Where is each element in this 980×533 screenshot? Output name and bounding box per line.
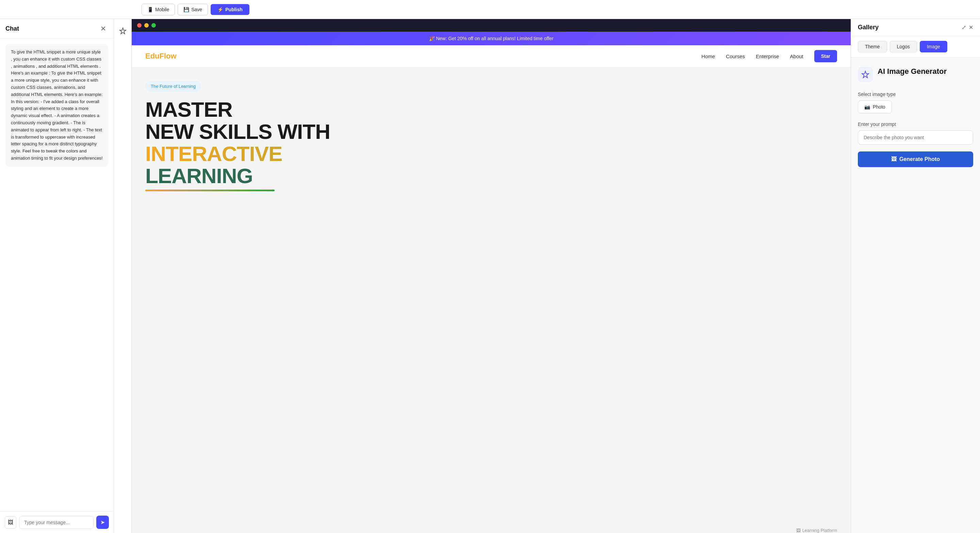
- site-headline-green: LEARNING: [145, 165, 837, 187]
- ai-icon-wrap: [858, 67, 873, 82]
- site-nav-cta-button[interactable]: Star: [814, 50, 837, 62]
- toolbar: 📱 Mobile 💾 Save ⚡ Publish: [0, 0, 980, 19]
- browser-dot-red: [137, 23, 142, 27]
- main-layout: Chat ✕ To give the HTML snippet a more u…: [0, 19, 980, 533]
- prompt-label: Enter your prompt: [858, 121, 973, 127]
- chat-header: Chat ✕: [0, 19, 114, 38]
- ai-image-header: AI Image Generator: [858, 67, 973, 82]
- chat-message: To give the HTML snippet a more unique s…: [5, 44, 108, 167]
- chat-messages: To give the HTML snippet a more unique s…: [0, 38, 114, 511]
- save-label: Save: [191, 7, 202, 12]
- sidebar-ai-icon[interactable]: [116, 24, 130, 40]
- select-type-label: Select image type: [858, 92, 973, 97]
- gallery-header-actions: ⤢ ✕: [962, 24, 973, 31]
- site-headline-2: NEW SKILLS WITH: [145, 121, 837, 143]
- save-icon: 💾: [183, 7, 189, 12]
- photo-label: Photo: [873, 104, 885, 110]
- gallery-tabs: Theme Logos Image: [851, 36, 980, 57]
- gallery-expand-button[interactable]: ⤢: [962, 24, 966, 31]
- chat-input-area: 🖼 ➤: [0, 511, 114, 533]
- generate-label: Generate Photo: [899, 156, 940, 162]
- chat-send-button[interactable]: ➤: [96, 515, 109, 529]
- chat-close-button[interactable]: ✕: [98, 24, 108, 33]
- tab-image[interactable]: Image: [920, 41, 947, 53]
- prompt-input[interactable]: [858, 130, 973, 145]
- send-icon: ➤: [100, 519, 105, 525]
- nav-about[interactable]: About: [790, 53, 803, 59]
- tab-theme-label: Theme: [865, 44, 880, 49]
- gallery-close-button[interactable]: ✕: [969, 24, 973, 31]
- save-button[interactable]: 💾 Save: [178, 4, 208, 15]
- nav-courses[interactable]: Courses: [726, 53, 745, 59]
- browser-chrome: [132, 19, 851, 32]
- preview-browser: 🎉 New: Get 20% off on all annual plans! …: [132, 19, 851, 533]
- tab-theme[interactable]: Theme: [858, 41, 887, 53]
- nav-home[interactable]: Home: [701, 53, 715, 59]
- mobile-button[interactable]: 📱 Mobile: [142, 4, 175, 15]
- site-image-placeholder: 🖼 Learning Platform: [796, 528, 837, 533]
- tab-image-label: Image: [927, 44, 940, 49]
- browser-dot-green: [151, 23, 156, 27]
- site-tag: The Future of Learning: [145, 81, 201, 92]
- image-type-button[interactable]: 📷 Photo: [858, 100, 892, 113]
- image-alt-text: Learning Platform: [802, 528, 837, 533]
- browser-dot-yellow: [144, 23, 149, 27]
- chat-panel: Chat ✕ To give the HTML snippet a more u…: [0, 19, 114, 533]
- publish-button[interactable]: ⚡ Publish: [211, 4, 250, 15]
- site-nav: EduFlow Home Courses Enterprise About St…: [132, 45, 851, 67]
- nav-btn-label: Star: [821, 53, 830, 59]
- preview-area: 🎉 New: Get 20% off on all annual plans! …: [132, 19, 851, 533]
- image-icon: 🖼: [8, 519, 13, 525]
- tab-logos[interactable]: Logos: [890, 41, 917, 53]
- chat-image-button[interactable]: 🖼: [5, 516, 16, 528]
- generate-photo-button[interactable]: 🖼 Generate Photo: [858, 151, 973, 167]
- site-headline-colored: INTERACTIVE: [145, 143, 837, 165]
- mobile-icon: 📱: [147, 7, 153, 12]
- expand-icon: ⤢: [962, 24, 966, 30]
- chat-title: Chat: [5, 25, 19, 32]
- publish-label: Publish: [225, 7, 243, 12]
- publish-icon: ⚡: [218, 7, 223, 12]
- close-icon: ✕: [969, 24, 973, 30]
- generate-icon: 🖼: [891, 156, 897, 162]
- tab-logos-label: Logos: [897, 44, 910, 49]
- mobile-label: Mobile: [155, 7, 169, 12]
- gallery-panel: Gallery ⤢ ✕ Theme Logos Image: [851, 19, 980, 533]
- gallery-title: Gallery: [858, 24, 878, 31]
- close-icon: ✕: [100, 25, 106, 32]
- nav-enterprise[interactable]: Enterprise: [756, 53, 779, 59]
- gallery-content: AI Image Generator Select image type 📷 P…: [851, 57, 980, 533]
- image-icon: 🖼: [796, 528, 801, 533]
- camera-icon: 📷: [864, 104, 870, 110]
- site-hero: The Future of Learning MASTER NEW SKILLS…: [132, 67, 851, 533]
- site-headline-1: MASTER: [145, 99, 837, 121]
- toolbar-actions: 📱 Mobile 💾 Save ⚡ Publish: [142, 4, 250, 15]
- gallery-header: Gallery ⤢ ✕: [851, 19, 980, 36]
- site-banner-text: 🎉 New: Get 20% off on all annual plans! …: [429, 36, 554, 41]
- site-banner: 🎉 New: Get 20% off on all annual plans! …: [132, 32, 851, 45]
- site-logo: EduFlow: [145, 52, 177, 60]
- ai-title: AI Image Generator: [878, 67, 947, 76]
- chat-input[interactable]: [19, 516, 94, 529]
- site-underline: [145, 189, 275, 191]
- site-nav-links: Home Courses Enterprise About Star: [701, 50, 837, 62]
- sidebar-icon-bar: [114, 19, 132, 533]
